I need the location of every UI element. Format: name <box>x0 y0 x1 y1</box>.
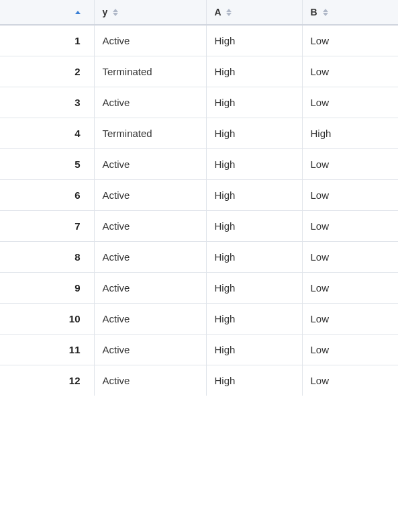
column-header-y[interactable]: y <box>94 0 206 25</box>
cell-b: Low <box>302 149 398 180</box>
cell-y: Terminated <box>94 118 206 149</box>
sort-icon-b <box>323 9 328 16</box>
table-row: 7ActiveHighLow <box>0 211 398 242</box>
cell-b: Low <box>302 335 398 365</box>
cell-a: High <box>206 211 302 242</box>
table-row: 12ActiveHighLow <box>0 365 398 396</box>
cell-a: High <box>206 56 302 87</box>
cell-a: High <box>206 25 302 56</box>
table-row: 8ActiveHighLow <box>0 242 398 273</box>
cell-index: 8 <box>0 242 94 273</box>
cell-index: 3 <box>0 87 94 118</box>
cell-a: High <box>206 180 302 211</box>
table-row: 6ActiveHighLow <box>0 180 398 211</box>
cell-b: High <box>302 118 398 149</box>
column-label-b: B <box>311 7 317 17</box>
cell-index: 12 <box>0 365 94 396</box>
cell-b: Low <box>302 211 398 242</box>
cell-y: Active <box>94 25 206 56</box>
cell-y: Terminated <box>94 56 206 87</box>
column-header-index[interactable] <box>0 0 94 25</box>
cell-y: Active <box>94 149 206 180</box>
cell-index: 10 <box>0 304 94 335</box>
sort-icon-a <box>226 9 232 16</box>
column-label-a: A <box>215 7 221 17</box>
cell-index: 7 <box>0 211 94 242</box>
cell-a: High <box>206 242 302 273</box>
table-row: 11ActiveHighLow <box>0 335 398 365</box>
data-table: y A B <box>0 0 398 396</box>
table-row: 10ActiveHighLow <box>0 304 398 335</box>
cell-b: Low <box>302 304 398 335</box>
cell-index: 2 <box>0 56 94 87</box>
cell-index: 5 <box>0 149 94 180</box>
table-row: 4TerminatedHighHigh <box>0 118 398 149</box>
column-header-b[interactable]: B <box>302 0 398 25</box>
column-header-a[interactable]: A <box>206 0 302 25</box>
cell-a: High <box>206 149 302 180</box>
cell-index: 1 <box>0 25 94 56</box>
column-label-y: y <box>103 7 108 17</box>
cell-index: 9 <box>0 273 94 304</box>
cell-index: 6 <box>0 180 94 211</box>
table-row: 3ActiveHighLow <box>0 87 398 118</box>
cell-a: High <box>206 273 302 304</box>
cell-b: Low <box>302 25 398 56</box>
table-row: 1ActiveHighLow <box>0 25 398 56</box>
cell-index: 4 <box>0 118 94 149</box>
cell-b: Low <box>302 87 398 118</box>
sort-icon-y <box>113 9 118 16</box>
cell-a: High <box>206 304 302 335</box>
cell-a: High <box>206 365 302 396</box>
cell-y: Active <box>94 242 206 273</box>
cell-b: Low <box>302 273 398 304</box>
cell-y: Active <box>94 211 206 242</box>
cell-y: Active <box>94 304 206 335</box>
cell-y: Active <box>94 180 206 211</box>
cell-b: Low <box>302 242 398 273</box>
cell-a: High <box>206 87 302 118</box>
cell-y: Active <box>94 87 206 118</box>
cell-a: High <box>206 118 302 149</box>
table-row: 5ActiveHighLow <box>0 149 398 180</box>
cell-y: Active <box>94 273 206 304</box>
table-header-row: y A B <box>0 0 398 25</box>
cell-y: Active <box>94 335 206 365</box>
table-row: 2TerminatedHighLow <box>0 56 398 87</box>
cell-y: Active <box>94 365 206 396</box>
cell-index: 11 <box>0 335 94 365</box>
sort-icon-index <box>75 11 81 14</box>
cell-b: Low <box>302 56 398 87</box>
table-row: 9ActiveHighLow <box>0 273 398 304</box>
cell-b: Low <box>302 180 398 211</box>
cell-a: High <box>206 335 302 365</box>
cell-b: Low <box>302 365 398 396</box>
